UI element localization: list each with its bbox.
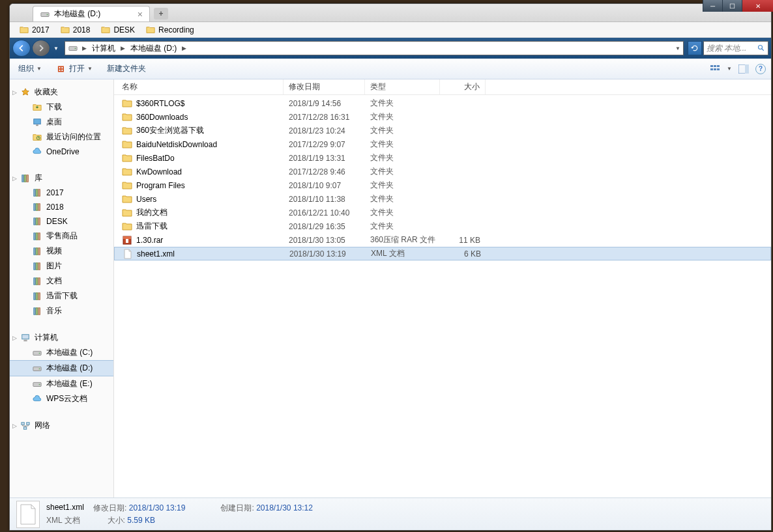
svg-rect-34 [38, 247, 40, 255]
file-date: 2017/12/28 9:46 [284, 167, 365, 176]
outer-close-button[interactable]: ✕ [742, 0, 773, 12]
view-dropdown-icon[interactable]: ▼ [727, 66, 732, 72]
outer-maximize-button[interactable]: ☐ [722, 0, 742, 12]
history-dropdown[interactable]: ▼ [51, 42, 61, 55]
sidebar-group-star[interactable]: ▷收藏夹 [10, 85, 113, 100]
address-dropdown-icon[interactable]: ▼ [675, 46, 680, 51]
search-box[interactable]: 搜索 本地... [703, 41, 768, 55]
bookmark-item[interactable]: 2017 [15, 23, 53, 36]
sidebar-item[interactable]: 视频 [10, 244, 113, 259]
sidebar-item[interactable]: 最近访问的位置 [10, 130, 113, 145]
forward-button[interactable] [32, 40, 50, 57]
sidebar-item[interactable]: OneDrive [10, 145, 113, 159]
file-date: 2017/12/29 9:07 [284, 140, 365, 149]
view-options-button[interactable] [708, 63, 722, 75]
sidebar-item[interactable]: 本地磁盘 (C:) [10, 345, 113, 360]
sidebar-group-lib[interactable]: ▷库 [10, 171, 113, 186]
file-row[interactable]: 360安全浏览器下载2018/1/23 10:24文件夹 [114, 124, 771, 137]
details-filename: sheet1.xml [46, 503, 84, 514]
column-type[interactable]: 类型 [365, 79, 440, 94]
tab-close-icon[interactable]: × [138, 9, 143, 20]
breadcrumb-arrow-icon[interactable]: ▶ [81, 45, 88, 51]
preview-pane-button[interactable] [737, 63, 750, 75]
sidebar-item[interactable]: WPS云文档 [10, 391, 113, 406]
bookmark-item[interactable]: DESK [96, 23, 139, 36]
file-row[interactable]: FilesBatDo2018/1/19 13:31文件夹 [114, 151, 771, 165]
file-row[interactable]: KwDownload2017/12/28 9:46文件夹 [114, 165, 771, 178]
breadcrumb-arrow-icon[interactable]: ▶ [181, 45, 188, 51]
sidebar-item[interactable]: 图片 [10, 259, 113, 273]
file-type: 文件夹 [365, 193, 440, 204]
bookmark-item[interactable]: 2018 [56, 23, 95, 36]
sidebar-item[interactable]: 下载 [10, 100, 113, 115]
new-tab-button[interactable]: + [154, 8, 168, 20]
address-bar[interactable]: ▶ 计算机 ▶ 本地磁盘 (D:) ▶ ▼ [65, 41, 684, 55]
file-row[interactable]: 迅雷下载2018/1/29 16:35文件夹 [114, 219, 771, 233]
sidebar-item[interactable]: 零售商品 [10, 229, 113, 244]
sidebar-item[interactable]: 音乐 [10, 303, 113, 318]
sidebar-item[interactable]: 2018 [10, 200, 113, 214]
file-rows[interactable]: $360RTLOG$2018/1/9 14:56文件夹360Downloads2… [114, 95, 771, 497]
file-row[interactable]: Users2018/1/10 11:38文件夹 [114, 192, 771, 206]
column-date[interactable]: 修改日期 [284, 79, 365, 94]
breadcrumb-arrow-icon[interactable]: ▶ [119, 45, 126, 51]
column-size[interactable]: 大小 [440, 79, 486, 94]
svg-rect-48 [23, 339, 27, 341]
outer-minimize-button[interactable]: ─ [703, 0, 722, 12]
svg-point-1 [47, 14, 48, 15]
explorer-window: 本地磁盘 (D:) × + 20172018DESKRecording ▼ ▶ … [9, 3, 772, 531]
refresh-button[interactable] [688, 41, 702, 55]
lib-icon [32, 202, 42, 212]
breadcrumb-drive[interactable]: 本地磁盘 (D:) [129, 43, 178, 54]
file-row[interactable]: 1.30.rar2018/1/30 13:05360压缩 RAR 文件11 KB [114, 233, 771, 247]
breadcrumb-computer[interactable]: 计算机 [91, 43, 117, 54]
drive-icon [32, 363, 42, 374]
back-button[interactable] [12, 40, 31, 57]
sidebar-item[interactable]: 本地磁盘 (E:) [10, 376, 113, 391]
sidebar-item[interactable]: 文档 [10, 273, 113, 288]
bookmarks-bar: 20172018DESKRecording [10, 22, 771, 38]
svg-rect-28 [38, 218, 40, 225]
help-button[interactable]: ? [755, 64, 766, 74]
file-row[interactable]: $360RTLOG$2018/1/9 14:56文件夹 [114, 96, 771, 110]
sidebar-item[interactable]: DESK [10, 214, 113, 229]
file-row[interactable]: Program Files2018/1/10 9:07文件夹 [114, 178, 771, 192]
svg-point-4 [759, 46, 763, 49]
sidebar-item[interactable]: 迅雷下载 [10, 288, 113, 303]
svg-rect-47 [22, 334, 29, 339]
sidebar-group-net[interactable]: ▷网络 [10, 418, 113, 433]
svg-rect-18 [24, 175, 26, 182]
sidebar-group-comp[interactable]: ▷计算机 [10, 330, 113, 345]
file-date: 2018/1/10 11:38 [284, 195, 365, 204]
recent-icon [32, 132, 42, 143]
sidebar-item[interactable]: 本地磁盘 (D:) [10, 360, 113, 376]
svg-rect-11 [717, 68, 720, 70]
file-row[interactable]: 360Downloads2017/12/28 16:31文件夹 [114, 110, 771, 124]
file-name: sheet1.xml [137, 249, 175, 259]
column-name[interactable]: 名称 [114, 79, 284, 94]
search-placeholder: 搜索 本地... [707, 43, 746, 54]
folder-icon [19, 25, 29, 35]
drive-icon [68, 43, 78, 53]
bookmark-item[interactable]: Recording [141, 23, 198, 36]
folder-icon [60, 25, 70, 35]
sidebar-item[interactable]: 2017 [10, 186, 113, 200]
file-name: 360安全浏览器下载 [136, 125, 204, 136]
file-name: 1.30.rar [136, 236, 163, 245]
office-icon: ⊞ [56, 64, 66, 74]
file-date: 2018/1/30 13:05 [284, 236, 365, 245]
file-row[interactable]: BaiduNetdiskDownload2017/12/29 9:07文件夹 [114, 137, 771, 151]
open-button[interactable]: ⊞ 打开▼ [53, 61, 96, 76]
file-name: 我的文档 [136, 207, 168, 218]
file-row[interactable]: 我的文档2016/12/21 10:40文件夹 [114, 206, 771, 219]
column-headers: 名称 修改日期 类型 大小 [114, 79, 771, 95]
new-folder-button[interactable]: 新建文件夹 [104, 61, 149, 76]
sidebar-item[interactable]: 桌面 [10, 115, 113, 130]
file-date: 2018/1/19 13:31 [284, 154, 365, 163]
svg-rect-41 [34, 292, 36, 300]
folder-icon [122, 153, 132, 163]
browser-tab[interactable]: 本地磁盘 (D:) × [33, 6, 150, 21]
organize-button[interactable]: 组织▼ [15, 61, 45, 76]
file-row[interactable]: sheet1.xml2018/1/30 13:19XML 文档6 KB [114, 247, 771, 260]
folder-icon [122, 221, 132, 232]
